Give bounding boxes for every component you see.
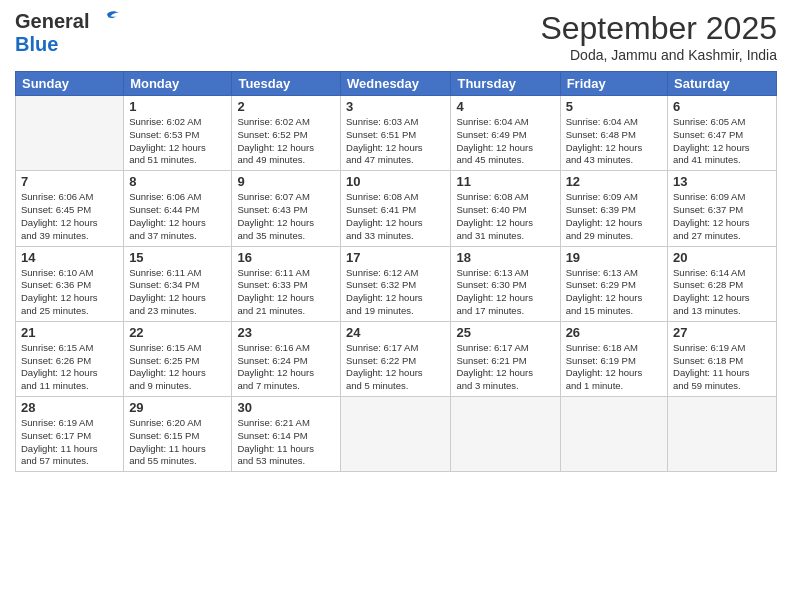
day-info: Sunrise: 6:11 AM Sunset: 6:33 PM Dayligh… bbox=[237, 267, 335, 318]
day-number: 29 bbox=[129, 400, 226, 415]
day-number: 22 bbox=[129, 325, 226, 340]
header-tuesday: Tuesday bbox=[232, 72, 341, 96]
day-number: 18 bbox=[456, 250, 554, 265]
day-number: 19 bbox=[566, 250, 662, 265]
day-number: 20 bbox=[673, 250, 771, 265]
calendar-cell: 4Sunrise: 6:04 AM Sunset: 6:49 PM Daylig… bbox=[451, 96, 560, 171]
logo: General Blue bbox=[15, 10, 121, 56]
calendar-cell bbox=[451, 397, 560, 472]
calendar-cell: 7Sunrise: 6:06 AM Sunset: 6:45 PM Daylig… bbox=[16, 171, 124, 246]
day-number: 3 bbox=[346, 99, 445, 114]
day-info: Sunrise: 6:06 AM Sunset: 6:45 PM Dayligh… bbox=[21, 191, 118, 242]
day-number: 2 bbox=[237, 99, 335, 114]
logo-blue-text: Blue bbox=[15, 33, 58, 55]
day-number: 24 bbox=[346, 325, 445, 340]
calendar-cell: 25Sunrise: 6:17 AM Sunset: 6:21 PM Dayli… bbox=[451, 321, 560, 396]
day-info: Sunrise: 6:19 AM Sunset: 6:18 PM Dayligh… bbox=[673, 342, 771, 393]
day-info: Sunrise: 6:04 AM Sunset: 6:49 PM Dayligh… bbox=[456, 116, 554, 167]
calendar-table: Sunday Monday Tuesday Wednesday Thursday… bbox=[15, 71, 777, 472]
header-saturday: Saturday bbox=[668, 72, 777, 96]
calendar-cell bbox=[341, 397, 451, 472]
location-subtitle: Doda, Jammu and Kashmir, India bbox=[540, 47, 777, 63]
day-number: 14 bbox=[21, 250, 118, 265]
day-info: Sunrise: 6:09 AM Sunset: 6:37 PM Dayligh… bbox=[673, 191, 771, 242]
day-info: Sunrise: 6:05 AM Sunset: 6:47 PM Dayligh… bbox=[673, 116, 771, 167]
day-info: Sunrise: 6:08 AM Sunset: 6:41 PM Dayligh… bbox=[346, 191, 445, 242]
calendar-cell: 10Sunrise: 6:08 AM Sunset: 6:41 PM Dayli… bbox=[341, 171, 451, 246]
calendar-cell: 17Sunrise: 6:12 AM Sunset: 6:32 PM Dayli… bbox=[341, 246, 451, 321]
day-info: Sunrise: 6:11 AM Sunset: 6:34 PM Dayligh… bbox=[129, 267, 226, 318]
weekday-header-row: Sunday Monday Tuesday Wednesday Thursday… bbox=[16, 72, 777, 96]
day-number: 16 bbox=[237, 250, 335, 265]
calendar-cell: 13Sunrise: 6:09 AM Sunset: 6:37 PM Dayli… bbox=[668, 171, 777, 246]
calendar-cell: 27Sunrise: 6:19 AM Sunset: 6:18 PM Dayli… bbox=[668, 321, 777, 396]
logo-bird-icon bbox=[93, 10, 121, 32]
day-info: Sunrise: 6:15 AM Sunset: 6:26 PM Dayligh… bbox=[21, 342, 118, 393]
month-title: September 2025 bbox=[540, 10, 777, 47]
day-info: Sunrise: 6:12 AM Sunset: 6:32 PM Dayligh… bbox=[346, 267, 445, 318]
day-info: Sunrise: 6:14 AM Sunset: 6:28 PM Dayligh… bbox=[673, 267, 771, 318]
day-number: 4 bbox=[456, 99, 554, 114]
day-info: Sunrise: 6:08 AM Sunset: 6:40 PM Dayligh… bbox=[456, 191, 554, 242]
calendar-week-row: 1Sunrise: 6:02 AM Sunset: 6:53 PM Daylig… bbox=[16, 96, 777, 171]
calendar-cell: 11Sunrise: 6:08 AM Sunset: 6:40 PM Dayli… bbox=[451, 171, 560, 246]
logo-general-text: General bbox=[15, 10, 89, 33]
calendar-cell: 20Sunrise: 6:14 AM Sunset: 6:28 PM Dayli… bbox=[668, 246, 777, 321]
calendar-cell: 29Sunrise: 6:20 AM Sunset: 6:15 PM Dayli… bbox=[124, 397, 232, 472]
day-info: Sunrise: 6:21 AM Sunset: 6:14 PM Dayligh… bbox=[237, 417, 335, 468]
calendar-cell: 15Sunrise: 6:11 AM Sunset: 6:34 PM Dayli… bbox=[124, 246, 232, 321]
day-info: Sunrise: 6:07 AM Sunset: 6:43 PM Dayligh… bbox=[237, 191, 335, 242]
calendar-cell: 9Sunrise: 6:07 AM Sunset: 6:43 PM Daylig… bbox=[232, 171, 341, 246]
calendar-cell bbox=[16, 96, 124, 171]
day-number: 6 bbox=[673, 99, 771, 114]
calendar-week-row: 7Sunrise: 6:06 AM Sunset: 6:45 PM Daylig… bbox=[16, 171, 777, 246]
calendar-cell: 21Sunrise: 6:15 AM Sunset: 6:26 PM Dayli… bbox=[16, 321, 124, 396]
header: General Blue September 2025 Doda, Jammu … bbox=[15, 10, 777, 63]
calendar-cell: 30Sunrise: 6:21 AM Sunset: 6:14 PM Dayli… bbox=[232, 397, 341, 472]
day-info: Sunrise: 6:03 AM Sunset: 6:51 PM Dayligh… bbox=[346, 116, 445, 167]
day-info: Sunrise: 6:17 AM Sunset: 6:22 PM Dayligh… bbox=[346, 342, 445, 393]
day-info: Sunrise: 6:13 AM Sunset: 6:29 PM Dayligh… bbox=[566, 267, 662, 318]
calendar-cell: 23Sunrise: 6:16 AM Sunset: 6:24 PM Dayli… bbox=[232, 321, 341, 396]
day-number: 30 bbox=[237, 400, 335, 415]
day-number: 13 bbox=[673, 174, 771, 189]
day-number: 5 bbox=[566, 99, 662, 114]
calendar-cell: 6Sunrise: 6:05 AM Sunset: 6:47 PM Daylig… bbox=[668, 96, 777, 171]
day-info: Sunrise: 6:16 AM Sunset: 6:24 PM Dayligh… bbox=[237, 342, 335, 393]
calendar-cell: 8Sunrise: 6:06 AM Sunset: 6:44 PM Daylig… bbox=[124, 171, 232, 246]
calendar-cell: 26Sunrise: 6:18 AM Sunset: 6:19 PM Dayli… bbox=[560, 321, 667, 396]
day-number: 17 bbox=[346, 250, 445, 265]
day-info: Sunrise: 6:20 AM Sunset: 6:15 PM Dayligh… bbox=[129, 417, 226, 468]
day-number: 26 bbox=[566, 325, 662, 340]
day-number: 7 bbox=[21, 174, 118, 189]
day-info: Sunrise: 6:13 AM Sunset: 6:30 PM Dayligh… bbox=[456, 267, 554, 318]
calendar-week-row: 28Sunrise: 6:19 AM Sunset: 6:17 PM Dayli… bbox=[16, 397, 777, 472]
day-number: 25 bbox=[456, 325, 554, 340]
day-info: Sunrise: 6:15 AM Sunset: 6:25 PM Dayligh… bbox=[129, 342, 226, 393]
calendar-cell: 18Sunrise: 6:13 AM Sunset: 6:30 PM Dayli… bbox=[451, 246, 560, 321]
day-number: 12 bbox=[566, 174, 662, 189]
calendar-cell: 3Sunrise: 6:03 AM Sunset: 6:51 PM Daylig… bbox=[341, 96, 451, 171]
day-number: 8 bbox=[129, 174, 226, 189]
calendar-cell: 5Sunrise: 6:04 AM Sunset: 6:48 PM Daylig… bbox=[560, 96, 667, 171]
calendar-cell bbox=[668, 397, 777, 472]
header-monday: Monday bbox=[124, 72, 232, 96]
day-info: Sunrise: 6:17 AM Sunset: 6:21 PM Dayligh… bbox=[456, 342, 554, 393]
day-info: Sunrise: 6:10 AM Sunset: 6:36 PM Dayligh… bbox=[21, 267, 118, 318]
day-info: Sunrise: 6:18 AM Sunset: 6:19 PM Dayligh… bbox=[566, 342, 662, 393]
calendar-week-row: 21Sunrise: 6:15 AM Sunset: 6:26 PM Dayli… bbox=[16, 321, 777, 396]
day-info: Sunrise: 6:06 AM Sunset: 6:44 PM Dayligh… bbox=[129, 191, 226, 242]
calendar-week-row: 14Sunrise: 6:10 AM Sunset: 6:36 PM Dayli… bbox=[16, 246, 777, 321]
day-number: 23 bbox=[237, 325, 335, 340]
calendar-cell bbox=[560, 397, 667, 472]
day-info: Sunrise: 6:19 AM Sunset: 6:17 PM Dayligh… bbox=[21, 417, 118, 468]
day-number: 9 bbox=[237, 174, 335, 189]
day-number: 11 bbox=[456, 174, 554, 189]
day-number: 15 bbox=[129, 250, 226, 265]
title-section: September 2025 Doda, Jammu and Kashmir, … bbox=[540, 10, 777, 63]
day-info: Sunrise: 6:02 AM Sunset: 6:53 PM Dayligh… bbox=[129, 116, 226, 167]
header-wednesday: Wednesday bbox=[341, 72, 451, 96]
calendar-cell: 24Sunrise: 6:17 AM Sunset: 6:22 PM Dayli… bbox=[341, 321, 451, 396]
day-number: 21 bbox=[21, 325, 118, 340]
day-info: Sunrise: 6:09 AM Sunset: 6:39 PM Dayligh… bbox=[566, 191, 662, 242]
